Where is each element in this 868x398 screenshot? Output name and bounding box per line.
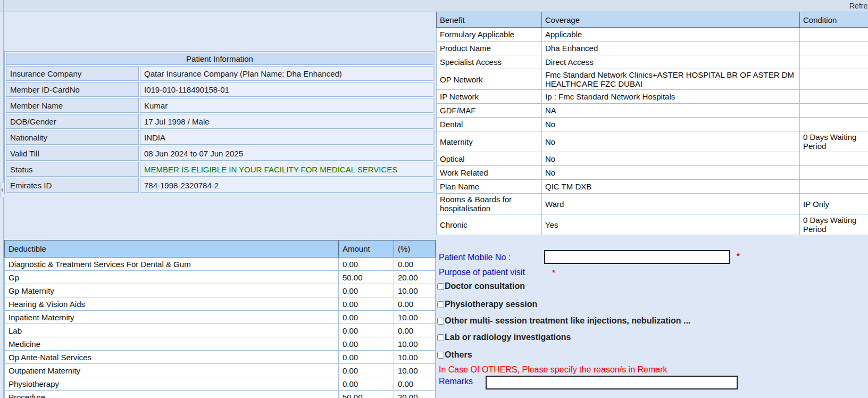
benefit-condition (800, 166, 868, 180)
benefit-name: OP Network (437, 69, 542, 90)
benefit-row: Work RelatedNo (437, 166, 868, 180)
patient-information-title: Patient Information (6, 53, 433, 65)
purpose-required-asterisk: * (552, 268, 555, 277)
benefit-coverage: QIC TM DXB (542, 180, 800, 194)
benefit-row: OpticalNo (437, 152, 868, 166)
patient-info-label: Valid Till (6, 146, 139, 161)
deductible-percent: 0.00 (394, 377, 436, 391)
benefit-coverage: Fmc Standard Network Clinics+ASTER HOSPI… (542, 69, 800, 90)
patient-info-value: 08 Jun 2024 to 07 Jun 2025 (140, 146, 433, 161)
benefit-name: Work Related (437, 166, 542, 180)
purpose-checkbox-label[interactable]: Lab or radiology investigations (445, 333, 571, 342)
purpose-checkbox-2[interactable] (437, 301, 444, 308)
benefit-name: Formulary Applicable (437, 28, 542, 42)
refresh-link[interactable]: Refresh (849, 2, 868, 10)
patient-information-table: Patient Information Insurance CompanyQat… (4, 51, 435, 194)
benefit-coverage: Ip : Fmc Standard Network Hospitals (542, 90, 800, 104)
deductible-percent: 0.00 (394, 258, 436, 271)
deductible-row: Op Ante-Natal Services0.0010.00 (5, 351, 436, 364)
remarks-input[interactable] (486, 376, 738, 389)
deductible-name: Op Ante-Natal Services (5, 351, 339, 364)
benefit-coverage: No (542, 118, 800, 131)
purpose-checkbox-3[interactable] (437, 318, 444, 325)
deductible-percent: 20.00 (394, 391, 436, 398)
deductible-amount: 0.00 (339, 311, 394, 324)
deductible-name: Gp Maternity (5, 284, 339, 297)
benefit-row: GDF/MAFNA (437, 104, 868, 118)
deductible-amount: 0.00 (339, 351, 394, 364)
deductible-percent: 10.00 (394, 337, 436, 351)
deductible-amount: 50.00 (339, 271, 394, 284)
purpose-checkbox-label[interactable]: Other multi- session treatment like inje… (445, 316, 690, 326)
benefit-row: Specialist AccessDirect Access (437, 55, 868, 69)
benefit-row: IP NetworkIp : Fmc Standard Network Hosp… (437, 90, 868, 104)
benefit-name: Optical (437, 152, 542, 166)
coverage-column-header: Coverage (542, 12, 800, 28)
benefit-name: GDF/MAF (437, 104, 542, 118)
deductible-name: Hearing & Vision Aids (5, 297, 339, 311)
benefit-name: Product Name (437, 42, 542, 55)
benefit-name: Maternity (437, 131, 542, 152)
benefit-condition (800, 69, 868, 90)
deductible-name: Outpatient Maternity (5, 364, 339, 377)
benefit-condition (800, 55, 868, 69)
patient-info-label: Status (6, 162, 139, 177)
patient-info-label: Emirates ID (6, 178, 139, 193)
deductible-percent: 10.00 (394, 364, 436, 377)
patient-info-row: Member ID-CardNoI019-010-118490158-01 (6, 82, 433, 97)
deductible-percent: 0.00 (394, 297, 436, 311)
patient-info-value: I019-010-118490158-01 (140, 82, 433, 97)
panel-collapse-handle[interactable] (0, 183, 4, 197)
panel-divider (3, 0, 4, 398)
deductible-name: Gp (5, 271, 339, 284)
benefit-name: Rooms & Boards for hospitalisation (437, 194, 542, 214)
patient-mobile-label: Patient Mobile No : (439, 253, 511, 262)
deductible-amount: 50.00 (339, 391, 394, 398)
benefit-row: ChronicYes0 Days Waiting Period (437, 214, 868, 235)
benefit-coverage: NA (542, 104, 800, 118)
deductible-row: Diagnostic & Treatment Services For Dent… (5, 258, 436, 271)
purpose-checkbox-4[interactable] (437, 334, 444, 341)
benefit-coverage: No (542, 166, 800, 180)
purpose-checkbox-label[interactable]: Others (445, 350, 472, 360)
benefits-table: Benefit Coverage Condition Formulary App… (436, 12, 868, 235)
benefit-condition: 0 Days Waiting Period (800, 214, 868, 235)
deductible-table: Deductible Amount (%) Diagnostic & Treat… (4, 240, 436, 398)
benefit-coverage: Ward (542, 194, 800, 214)
patient-info-row: Valid Till08 Jun 2024 to 07 Jun 2025 (6, 146, 433, 161)
deductible-amount: 0.00 (339, 364, 394, 377)
benefit-condition-text: 0 Days Waiting Period (803, 132, 868, 151)
patient-info-value: 17 Jul 1998 / Male (140, 114, 433, 129)
deductible-amount: 0.00 (339, 297, 394, 311)
deductible-row: Lab0.000.00 (5, 324, 436, 337)
others-remark-warning: In Case Of OTHERS, Please specify the re… (439, 365, 667, 375)
deductible-amount: 0.00 (339, 377, 394, 391)
deductible-percent: 10.00 (394, 351, 436, 364)
deductible-percent: 10.00 (394, 311, 436, 324)
benefit-row: OP NetworkFmc Standard Network Clinics+A… (437, 69, 868, 90)
benefit-row: MaternityNo0 Days Waiting Period (437, 131, 868, 152)
purpose-checkbox-label[interactable]: Physiotherapy session (445, 300, 537, 309)
benefit-condition (800, 42, 868, 55)
purpose-checkbox-label[interactable]: Doctor consultation (445, 281, 525, 291)
benefit-row: Rooms & Boards for hospitalisationWardIP… (437, 194, 868, 214)
purpose-checkbox-5[interactable] (437, 352, 444, 359)
benefit-name: IP Network (437, 90, 542, 104)
deductible-name: Physiotherapy (5, 377, 339, 391)
benefit-condition (800, 104, 868, 118)
patient-info-row: DOB/Gender17 Jul 1998 / Male (6, 114, 433, 129)
deductible-column-header: Deductible (5, 241, 339, 258)
patient-info-row: Member NameKumar (6, 98, 433, 113)
amount-column-header: Amount (339, 241, 394, 258)
benefit-name: Specialist Access (437, 55, 542, 69)
purpose-checkbox-1[interactable] (437, 283, 444, 290)
deductible-name: Procedure (5, 391, 339, 398)
deductible-name: Lab (5, 324, 339, 337)
patient-info-label: Member Name (6, 98, 139, 113)
benefit-condition (800, 118, 868, 131)
purpose-option-row: Physiotherapy session (437, 300, 537, 309)
patient-mobile-input[interactable] (544, 250, 730, 264)
deductible-row: Medicine0.0010.00 (5, 337, 436, 351)
patient-info-label: DOB/Gender (6, 114, 139, 129)
deductible-row: Hearing & Vision Aids0.000.00 (5, 297, 436, 311)
